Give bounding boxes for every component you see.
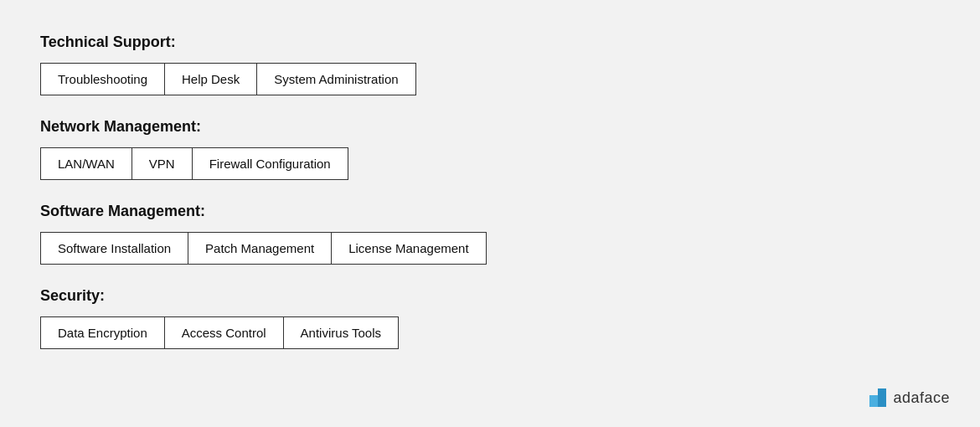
tag-system-administration[interactable]: System Administration	[256, 63, 415, 95]
tag-vpn[interactable]: VPN	[132, 147, 193, 180]
section-title-security: Security:	[40, 287, 940, 305]
tags-row-software-management: Software InstallationPatch ManagementLic…	[40, 232, 940, 264]
svg-rect-0	[869, 395, 878, 407]
section-title-software-management: Software Management:	[40, 203, 940, 220]
tag-antivirus-tools[interactable]: Antivirus Tools	[283, 316, 399, 349]
section-security: Security:Data EncryptionAccess ControlAn…	[40, 287, 940, 348]
tag-help-desk[interactable]: Help Desk	[164, 63, 257, 95]
section-network-management: Network Management:LAN/WANVPNFirewall Co…	[40, 118, 940, 179]
tag-troubleshooting[interactable]: Troubleshooting	[40, 63, 165, 95]
tag-software-installation[interactable]: Software Installation	[40, 232, 188, 265]
tag-patch-management[interactable]: Patch Management	[188, 232, 332, 265]
logo-text: adaface	[893, 389, 950, 407]
tags-row-security: Data EncryptionAccess ControlAntivirus T…	[40, 316, 940, 348]
tags-row-network-management: LAN/WANVPNFirewall Configuration	[40, 147, 940, 179]
tag-lan-wan[interactable]: LAN/WAN	[40, 147, 132, 180]
tag-firewall-configuration[interactable]: Firewall Configuration	[192, 147, 348, 180]
section-technical-support: Technical Support:TroubleshootingHelp De…	[40, 33, 940, 95]
svg-rect-1	[878, 388, 886, 407]
adaface-logo-icon	[869, 388, 886, 407]
main-content: Technical Support:TroubleshootingHelp De…	[0, 0, 980, 405]
section-title-network-management: Network Management:	[40, 118, 940, 136]
tags-row-technical-support: TroubleshootingHelp DeskSystem Administr…	[40, 63, 940, 95]
logo-area: adaface	[869, 388, 950, 407]
tag-license-management[interactable]: License Management	[331, 232, 486, 265]
tag-data-encryption[interactable]: Data Encryption	[40, 316, 165, 349]
tag-access-control[interactable]: Access Control	[164, 316, 284, 349]
section-title-technical-support: Technical Support:	[40, 33, 940, 51]
section-software-management: Software Management:Software Installatio…	[40, 203, 940, 264]
